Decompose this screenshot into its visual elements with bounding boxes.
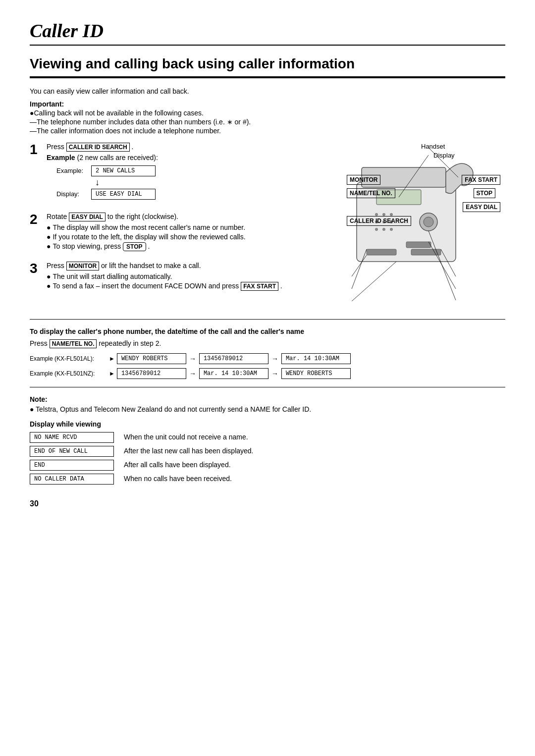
important-label: Important:: [30, 100, 505, 108]
example-nz-box-3: WENDY ROBERTS: [281, 368, 351, 379]
display-desc-2: After the last new call has been display…: [124, 446, 254, 455]
step-3: 3 Press MONITOR or lift the handset to m…: [30, 262, 337, 292]
svg-point-10: [382, 228, 385, 231]
intro-text: You can easily view caller information a…: [30, 87, 505, 95]
step-2-bullets: The display will show the most recent ca…: [47, 223, 337, 251]
display-desc-4: When no calls have been received.: [124, 474, 232, 483]
diagram-lines: [347, 143, 500, 311]
svg-rect-14: [406, 242, 431, 248]
display-box-2: USE EASY DIAL: [91, 189, 156, 200]
example-nz-box-2: Mar. 14 10:30AM: [199, 368, 268, 379]
step-2-bullet-1: The display will show the most recent ca…: [47, 223, 337, 231]
page-title: Caller ID: [30, 20, 505, 46]
example-al-label: Example (KX-FL501AL):: [30, 355, 109, 362]
example-label: Example:: [56, 167, 91, 174]
svg-point-9: [375, 228, 378, 231]
example-nz-row: Example (KX-FL501NZ): ► 13456789012 → Ma…: [30, 368, 505, 379]
pointer-arrow-al: ►: [109, 355, 115, 362]
example-nz-label: Example (KX-FL501NZ):: [30, 370, 109, 377]
name-tel-no-key: NAME/TEL NO.: [50, 339, 97, 348]
important-point-3: —The caller information does not include…: [30, 127, 505, 135]
example-nz-box-1: 13456789012: [117, 368, 186, 379]
svg-point-11: [390, 228, 393, 231]
step-number-1: 1: [30, 143, 42, 204]
display-row-1: NO NAME RCVD When the unit could not rec…: [30, 432, 505, 443]
example-al-box-1: WENDY ROBERTS: [117, 353, 186, 364]
display-label: Display:: [56, 190, 91, 198]
display-row-2: END OF NEW CALL After the last new call …: [30, 446, 505, 457]
step-3-bullet-2: To send a fax – insert the document FACE…: [47, 282, 337, 291]
svg-line-22: [352, 262, 396, 301]
step-2-bullet-3: To stop viewing, press STOP .: [47, 242, 337, 251]
step-2-bullet-2: If you rotate to the left, the display w…: [47, 233, 337, 241]
fax-start-key: FAX START: [241, 282, 278, 291]
step-number-3: 3: [30, 262, 42, 292]
arrow-right-1: →: [189, 355, 196, 363]
step-3-bullet-1: The unit will start dialling automatical…: [47, 272, 337, 280]
easy-dial-diagram-label: EASY DIAL: [463, 202, 500, 212]
step-3-main: Press MONITOR or lift the handset to mak…: [47, 262, 337, 270]
page-number: 30: [30, 499, 505, 508]
display-desc-1: When the unit could not receive a name.: [124, 432, 248, 441]
arrow-down-icon: ↓: [95, 177, 100, 188]
arrow-right-4: →: [271, 370, 278, 378]
pointer-arrow-nz: ►: [109, 370, 115, 377]
display-row-3: END After all calls have been displayed.: [30, 460, 505, 471]
example-al-box-2: 13456789012: [199, 353, 268, 364]
display-while-table: NO NAME RCVD When the unit could not rec…: [30, 432, 505, 485]
step-1-sub: Example (2 new calls are received):: [47, 154, 337, 162]
example-al-box-3: Mar. 14 10:30AM: [281, 353, 351, 364]
svg-point-13: [424, 217, 433, 227]
display-desc-3: After all calls have been displayed.: [124, 460, 231, 469]
display-row-4: NO CALLER DATA When no calls have been r…: [30, 474, 505, 485]
display-while-label: Display while viewing: [30, 420, 505, 428]
display-while-viewing-section: Display while viewing NO NAME RCVD When …: [30, 420, 505, 485]
fax-start-diagram-label: FAX START: [462, 175, 500, 185]
example-al-row: Example (KX-FL501AL): ► WENDY ROBERTS → …: [30, 353, 505, 364]
step-2-main: Rotate EASY DIAL to the right (clockwise…: [47, 213, 337, 221]
monitor-diagram-label: MONITOR: [347, 175, 380, 185]
stop-diagram-label: STOP: [474, 188, 495, 198]
display-code-2: END OF NEW CALL: [30, 446, 114, 457]
display-code-3: END: [30, 460, 114, 471]
fax-diagram: Handset Display: [347, 143, 505, 311]
important-point-2: —The telephone number includes data othe…: [30, 118, 505, 126]
step-1: 1 Press CALLER ID SEARCH . Example (2 ne…: [30, 143, 337, 204]
note-label: Note:: [30, 395, 505, 403]
step-2: 2 Rotate EASY DIAL to the right (clockwi…: [30, 213, 337, 253]
note-text: ● Telstra, Optus and Telecom New Zealand…: [30, 405, 505, 413]
step-number-2: 2: [30, 213, 42, 253]
section-heading: Viewing and calling back using caller in…: [30, 55, 505, 78]
important-block: Important: ●Calling back will not be ava…: [30, 100, 505, 135]
phone-info-section: To display the caller's phone number, th…: [30, 327, 505, 379]
arrow-right-3: →: [189, 370, 196, 378]
arrow-right-2: →: [271, 355, 278, 363]
important-point-1: ●Calling back will not be available in t…: [30, 109, 505, 117]
display-code-4: NO CALLER DATA: [30, 474, 114, 485]
name-tel-no-diagram-label: NAME/TEL NO.: [347, 188, 395, 198]
section-divider: [30, 319, 505, 320]
monitor-key: MONITOR: [66, 262, 99, 270]
svg-rect-16: [411, 249, 441, 255]
easy-dial-key: EASY DIAL: [69, 213, 106, 221]
step-1-main: Press CALLER ID SEARCH .: [47, 143, 337, 152]
caller-id-search-key: CALLER ID SEARCH: [66, 143, 130, 152]
phone-info-instruction: Press NAME/TEL NO. repeatedly in step 2.: [30, 339, 505, 348]
note-section: Note: ● Telstra, Optus and Telecom New Z…: [30, 395, 505, 413]
note-divider: [30, 387, 505, 387]
display-code-1: NO NAME RCVD: [30, 432, 114, 443]
stop-key: STOP: [123, 242, 146, 251]
svg-rect-15: [367, 249, 396, 255]
phone-info-heading: To display the caller's phone number, th…: [30, 327, 505, 335]
display-box-1: 2 NEW CALLS: [91, 165, 156, 176]
step-3-bullets: The unit will start dialling automatical…: [47, 272, 337, 291]
caller-id-search-diagram-label: CALLER ID SEARCH: [347, 216, 411, 226]
